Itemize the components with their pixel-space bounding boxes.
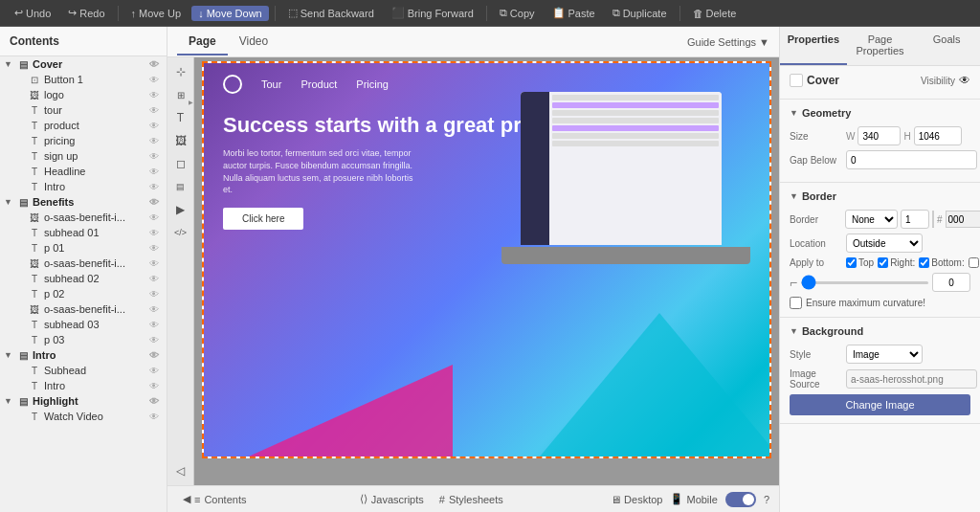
tree-item-signup[interactable]: T sign up 👁 — [0, 148, 167, 164]
tree-item-subhead02[interactable]: T subhead 02 👁 — [0, 271, 167, 286]
tab-video[interactable]: Video — [228, 29, 279, 56]
eye-icon[interactable]: 👁 — [149, 59, 163, 70]
text-tool[interactable]: T — [170, 107, 191, 128]
eye-icon[interactable]: 👁 — [149, 289, 163, 300]
qr-tool[interactable]: ⊞ ▶ — [170, 84, 191, 105]
tree-item-intro-section[interactable]: ▼ ▤ Intro 👁 — [0, 347, 167, 363]
eye-icon[interactable]: 👁 — [959, 74, 970, 87]
border-style-select[interactable]: None Solid Dashed — [845, 210, 898, 229]
eye-icon[interactable]: 👁 — [149, 258, 163, 269]
prev-nav-button[interactable]: ◀ ≡ Contents — [177, 491, 252, 507]
image-tool[interactable]: 🖼 — [170, 130, 191, 151]
javascripts-button[interactable]: ⟨⟩ Javascripts — [354, 491, 430, 507]
send-backward-button[interactable]: ⬚ Send Backward — [281, 5, 381, 21]
tree-item-benefits[interactable]: ▼ ▤ Benefits 👁 — [0, 194, 167, 210]
desktop-button[interactable]: 🖥 Desktop — [611, 494, 662, 505]
redo-button[interactable]: ↪ Redo — [61, 5, 111, 21]
nav-product[interactable]: Product — [301, 78, 337, 90]
tab-goals[interactable]: Goals — [913, 27, 980, 65]
right-checkbox[interactable]: Right: — [878, 257, 915, 268]
tree-item-headline[interactable]: T Headline 👁 — [0, 164, 167, 179]
mobile-toggle[interactable] — [725, 492, 756, 507]
canvas-scroll[interactable]: Tour Product Pricing Success starts with… — [194, 57, 779, 485]
video-tool[interactable]: ▶ — [170, 199, 191, 220]
eye-icon[interactable]: 👁 — [149, 121, 163, 131]
help-button[interactable]: ? — [764, 494, 769, 505]
corner-radius-slider[interactable] — [801, 281, 928, 284]
copy-button[interactable]: ⧉ Copy — [493, 5, 542, 21]
border-width-input[interactable] — [901, 210, 929, 229]
tree-item-p02[interactable]: T p 02 👁 — [0, 286, 167, 301]
nav-pricing[interactable]: Pricing — [356, 78, 389, 90]
tab-page-properties[interactable]: Page Properties — [847, 27, 914, 65]
undo-button[interactable]: ↩ Undo — [8, 5, 57, 21]
delete-button[interactable]: 🗑 Delete — [686, 6, 744, 21]
eye-icon[interactable]: 👁 — [149, 182, 163, 192]
tree-item-subhead03[interactable]: T subhead 03 👁 — [0, 317, 167, 332]
eye-icon[interactable]: 👁 — [149, 136, 163, 146]
tab-properties[interactable]: Properties — [780, 27, 847, 65]
code-tool[interactable]: </> — [170, 222, 191, 243]
eye-icon[interactable]: 👁 — [149, 167, 163, 177]
tree-item-subhead01[interactable]: T subhead 01 👁 — [0, 225, 167, 240]
eye-icon[interactable]: 👁 — [149, 274, 163, 284]
eye-icon[interactable]: 👁 — [149, 396, 163, 407]
tab-page[interactable]: Page — [177, 29, 228, 56]
location-select[interactable]: Outside Inside Center — [846, 234, 923, 253]
tree-item-button1[interactable]: ⊡ Button 1 👁 — [0, 72, 167, 87]
mobile-button[interactable]: 📱 Mobile — [670, 493, 717, 505]
stylesheets-button[interactable]: # Stylesheets — [434, 492, 509, 507]
eye-icon[interactable]: 👁 — [149, 197, 163, 208]
eye-icon[interactable]: 👁 — [149, 75, 163, 85]
ensure-curvature-checkbox[interactable] — [790, 297, 802, 309]
shape-tool[interactable]: ◻ — [170, 153, 191, 174]
change-image-button[interactable]: Change Image — [790, 394, 970, 415]
tree-item-p03[interactable]: T p 03 👁 — [0, 332, 167, 347]
duplicate-button[interactable]: ⧉ Duplicate — [606, 5, 674, 21]
geometry-header[interactable]: ▼ Geometry — [790, 107, 970, 119]
tree-item-benefit1[interactable]: 🖼 o-saas-benefit-i... 👁 — [0, 210, 167, 225]
cover-color-swatch[interactable] — [790, 74, 803, 87]
top-checkbox[interactable]: Top — [846, 257, 874, 268]
border-header[interactable]: ▼ Border — [790, 190, 970, 202]
eye-icon[interactable]: 👁 — [149, 335, 163, 345]
collapse-panel-button[interactable]: ◁ — [170, 460, 191, 481]
bottom-checkbox[interactable]: Bottom: — [919, 257, 964, 268]
eye-icon[interactable]: 👁 — [149, 90, 163, 100]
left-checkbox[interactable] — [969, 257, 980, 268]
tree-item-intro-text[interactable]: T Intro 👁 — [0, 378, 167, 393]
eye-icon[interactable]: 👁 — [149, 228, 163, 238]
bring-forward-button[interactable]: ⬛ Bring Forward — [385, 5, 480, 21]
page-preview[interactable]: Tour Product Pricing Success starts with… — [202, 61, 771, 458]
guide-settings-button[interactable]: Guide Settings ▼ — [687, 36, 769, 48]
width-input[interactable] — [858, 126, 901, 145]
border-color-input[interactable] — [946, 211, 980, 228]
select-tool[interactable]: ⊹ — [170, 61, 191, 82]
eye-icon[interactable]: 👁 — [149, 212, 163, 223]
corner-radius-input[interactable] — [932, 273, 970, 292]
height-input[interactable] — [914, 126, 962, 145]
eye-icon[interactable]: 👁 — [149, 381, 163, 391]
tree-item-p01[interactable]: T p 01 👁 — [0, 240, 167, 256]
tree-item-watchvideo[interactable]: T Watch Video 👁 — [0, 409, 167, 424]
tree-item-logo[interactable]: 🖼 logo 👁 — [0, 87, 167, 102]
nav-tour[interactable]: Tour — [261, 78, 281, 90]
eye-icon[interactable]: 👁 — [149, 366, 163, 376]
eye-icon[interactable]: 👁 — [149, 105, 163, 116]
block-tool[interactable]: ▤ — [170, 176, 191, 197]
paste-button[interactable]: 📋 Paste — [546, 5, 602, 21]
border-color-swatch[interactable] — [932, 211, 934, 228]
tree-item-benefit2[interactable]: 🖼 o-saas-benefit-i... 👁 — [0, 256, 167, 271]
tree-item-tour[interactable]: T tour 👁 — [0, 102, 167, 118]
tree-item-product[interactable]: T product 👁 — [0, 118, 167, 133]
gap-below-input[interactable] — [846, 150, 977, 169]
tree-item-highlight[interactable]: ▼ ▤ Highlight 👁 — [0, 393, 167, 409]
tree-item-benefit3[interactable]: 🖼 o-saas-benefit-i... 👁 — [0, 301, 167, 317]
eye-icon[interactable]: 👁 — [149, 350, 163, 361]
eye-icon[interactable]: 👁 — [149, 320, 163, 330]
move-down-button[interactable]: ↓ Move Down — [191, 6, 269, 21]
eye-icon[interactable]: 👁 — [149, 304, 163, 315]
bg-style-select[interactable]: Image Color Gradient — [846, 345, 923, 364]
background-header[interactable]: ▼ Background — [790, 325, 970, 337]
image-source-input[interactable] — [846, 369, 977, 389]
